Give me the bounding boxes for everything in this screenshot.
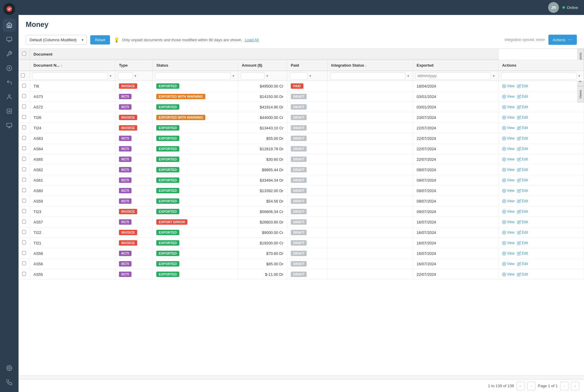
edit-link[interactable]: Edit bbox=[517, 94, 528, 99]
edit-link[interactable]: Edit bbox=[517, 272, 528, 276]
row-checkbox[interactable] bbox=[22, 261, 26, 265]
reset-button[interactable]: Reset bbox=[90, 35, 110, 45]
filter-paid-btn[interactable]: ▾ bbox=[308, 73, 312, 79]
view-link[interactable]: View bbox=[502, 262, 515, 266]
view-link[interactable]: View bbox=[502, 84, 515, 88]
view-link[interactable]: View bbox=[502, 157, 515, 161]
view-link[interactable]: View bbox=[502, 105, 515, 109]
th-amount[interactable]: Amount ($) bbox=[238, 60, 287, 71]
row-checkbox[interactable] bbox=[22, 251, 26, 255]
edit-link[interactable]: Edit bbox=[517, 189, 528, 193]
th-integration-status[interactable]: Integration Status ↓ bbox=[328, 60, 413, 71]
row-checkbox[interactable] bbox=[22, 167, 26, 171]
row-checkbox[interactable] bbox=[22, 230, 26, 234]
edit-link[interactable]: Edit bbox=[517, 84, 528, 88]
user-avatar[interactable]: JR bbox=[548, 2, 559, 13]
filter-status-input[interactable] bbox=[155, 72, 231, 79]
filter-doc-num-input[interactable] bbox=[32, 72, 108, 79]
edit-link[interactable]: Edit bbox=[517, 168, 528, 172]
row-checkbox[interactable] bbox=[22, 125, 26, 129]
view-link[interactable]: View bbox=[502, 168, 515, 172]
filter-exported-input[interactable] bbox=[415, 72, 491, 79]
row-checkbox[interactable] bbox=[22, 272, 26, 276]
sidebar-item-support[interactable] bbox=[3, 376, 16, 389]
view-link[interactable]: View bbox=[502, 230, 515, 235]
edit-link[interactable]: Edit bbox=[517, 157, 528, 161]
row-checkbox[interactable] bbox=[22, 241, 26, 244]
edit-link[interactable]: Edit bbox=[517, 178, 528, 182]
edit-link[interactable]: Edit bbox=[517, 220, 528, 224]
filter-actions-input[interactable] bbox=[501, 72, 577, 79]
filter-type-input[interactable] bbox=[118, 72, 133, 79]
th-type[interactable]: Type bbox=[115, 60, 152, 71]
row-checkbox[interactable] bbox=[22, 220, 26, 223]
filter-integration-btn[interactable]: ▾ bbox=[406, 73, 410, 79]
views-tab[interactable]: Views bbox=[577, 86, 584, 102]
edit-link[interactable]: Edit bbox=[517, 105, 528, 109]
view-select[interactable]: Default (Columns Modified) bbox=[26, 35, 87, 45]
row-checkbox[interactable] bbox=[22, 84, 26, 88]
load-all-link[interactable]: Load All bbox=[245, 38, 259, 42]
actions-button[interactable]: Actions ··· bbox=[548, 35, 577, 45]
view-link[interactable]: View bbox=[502, 94, 515, 99]
filter-amount-input[interactable] bbox=[241, 72, 265, 79]
prev-page-btn[interactable]: ‹ bbox=[527, 382, 536, 390]
edit-link[interactable]: Edit bbox=[517, 136, 528, 140]
sidebar-item-add[interactable] bbox=[3, 62, 16, 75]
sidebar-item-documents[interactable] bbox=[3, 119, 16, 132]
view-link[interactable]: View bbox=[502, 220, 515, 224]
row-checkbox[interactable] bbox=[22, 146, 26, 150]
view-link[interactable]: View bbox=[502, 178, 515, 182]
edit-link[interactable]: Edit bbox=[517, 126, 528, 130]
row-checkbox[interactable] bbox=[22, 157, 26, 161]
view-link[interactable]: View bbox=[502, 115, 515, 120]
sidebar-item-tools[interactable] bbox=[3, 47, 16, 60]
filter-type-btn[interactable]: ▾ bbox=[133, 73, 137, 79]
next-page-btn[interactable]: › bbox=[560, 382, 568, 390]
view-link[interactable]: View bbox=[502, 272, 515, 276]
select-all-checkbox[interactable] bbox=[22, 52, 26, 56]
edit-link[interactable]: Edit bbox=[517, 115, 528, 120]
sidebar-item-settings[interactable] bbox=[3, 362, 16, 375]
edit-link[interactable]: Edit bbox=[517, 251, 528, 255]
th-paid[interactable]: Paid bbox=[287, 60, 328, 71]
view-link[interactable]: View bbox=[502, 199, 515, 203]
view-link[interactable]: View bbox=[502, 251, 515, 255]
filter-select-checkbox[interactable] bbox=[21, 74, 25, 77]
filter-exported-btn[interactable]: ▾ bbox=[492, 73, 496, 79]
th-status[interactable]: Status bbox=[153, 60, 238, 71]
edit-link[interactable]: Edit bbox=[517, 199, 528, 203]
sidebar-item-contacts[interactable] bbox=[3, 90, 16, 103]
row-checkbox[interactable] bbox=[22, 136, 26, 140]
th-doc-num[interactable]: Document N... ↕ bbox=[30, 60, 115, 71]
row-checkbox[interactable] bbox=[22, 105, 26, 108]
sidebar-item-inbox[interactable] bbox=[3, 33, 16, 46]
row-checkbox[interactable] bbox=[22, 188, 26, 192]
row-checkbox[interactable] bbox=[22, 199, 26, 203]
last-page-btn[interactable]: » bbox=[571, 382, 579, 390]
view-link[interactable]: View bbox=[502, 241, 515, 245]
view-link[interactable]: View bbox=[502, 189, 515, 193]
horizontal-scrollbar[interactable] bbox=[19, 375, 584, 379]
filter-amount-btn[interactable]: ▾ bbox=[265, 73, 269, 79]
filter-integration-input[interactable] bbox=[330, 72, 406, 79]
edit-link[interactable]: Edit bbox=[517, 262, 528, 266]
view-link[interactable]: View bbox=[502, 126, 515, 130]
filter-status-btn[interactable]: ▾ bbox=[231, 73, 236, 79]
sidebar-item-share[interactable] bbox=[3, 76, 16, 89]
view-link[interactable]: View bbox=[502, 147, 515, 151]
sidebar-item-home[interactable] bbox=[3, 19, 16, 32]
edit-link[interactable]: Edit bbox=[517, 230, 528, 235]
th-exported[interactable]: Exported bbox=[413, 60, 499, 71]
filter-actions-clear-btn[interactable]: ▾ bbox=[577, 73, 581, 79]
row-checkbox[interactable] bbox=[22, 178, 26, 182]
edit-link[interactable]: Edit bbox=[517, 147, 528, 151]
row-checkbox[interactable] bbox=[22, 94, 26, 98]
sidebar-item-reports[interactable] bbox=[3, 105, 16, 118]
edit-link[interactable]: Edit bbox=[517, 241, 528, 245]
filter-paid-input[interactable] bbox=[290, 72, 308, 79]
edit-link[interactable]: Edit bbox=[517, 209, 528, 214]
view-link[interactable]: View bbox=[502, 136, 515, 140]
row-checkbox[interactable] bbox=[22, 115, 26, 119]
filter-doc-num-btn[interactable]: ▾ bbox=[108, 73, 113, 79]
